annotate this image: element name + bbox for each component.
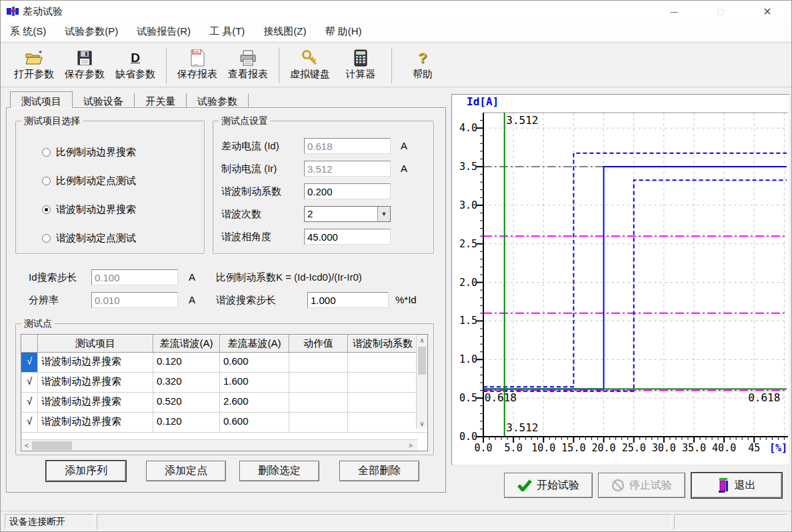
test-points-table: 测试项目 差流谐波(A) 差流基波(A) 动作值 谐波制动系数 √ 谐波制动边界… bbox=[21, 334, 428, 451]
open-folder-icon bbox=[25, 49, 43, 67]
open-params-button[interactable]: 打开参数 bbox=[9, 46, 59, 85]
row-check-cell[interactable]: √ bbox=[21, 353, 38, 372]
x-tick-label: 25.0 bbox=[622, 442, 646, 454]
menu-tools[interactable]: 工 具(T) bbox=[200, 23, 254, 41]
scrollbar-thumb[interactable] bbox=[32, 441, 72, 450]
menu-help[interactable]: 帮 助(H) bbox=[315, 23, 371, 41]
connection-status: 设备连接断开 bbox=[5, 514, 94, 529]
col-test-item[interactable]: 测试项目 bbox=[38, 335, 153, 353]
cell-diff-harmonic: 0.120 bbox=[153, 413, 220, 432]
radio-ratio-boundary-search[interactable]: 比例制动边界搜索 bbox=[42, 146, 136, 159]
chart-annotation: 3.512 bbox=[506, 114, 538, 127]
chart-annotation: 3.512 bbox=[506, 421, 538, 434]
y-axis-title: Id[A] bbox=[467, 95, 499, 108]
cell-harmonic-restraint bbox=[348, 393, 417, 412]
menu-test-params[interactable]: 试验参数(P) bbox=[55, 23, 127, 41]
y-tick-label: 0.0 bbox=[459, 431, 477, 443]
close-button[interactable]: ✕ bbox=[744, 1, 791, 22]
toolbar-separator bbox=[166, 47, 167, 83]
col-harmonic-restraint[interactable]: 谐波制动系数 bbox=[348, 335, 417, 353]
cell-test-item: 谐波制动边界搜索 bbox=[38, 373, 153, 392]
scroll-left-icon[interactable]: < bbox=[21, 442, 32, 449]
harmonic-order-select[interactable]: 2 ▼ bbox=[304, 206, 391, 222]
radio-ratio-fixed-point-test[interactable]: 比例制动定点测试 bbox=[42, 175, 136, 187]
scrollbar-thumb[interactable] bbox=[418, 347, 426, 375]
exit-button[interactable]: 退出 bbox=[691, 473, 782, 498]
x-tick-label: 30.0 bbox=[652, 442, 676, 454]
delete-all-button[interactable]: 全部删除 bbox=[339, 461, 419, 481]
key-icon bbox=[301, 49, 319, 67]
col-action-value[interactable]: 动作值 bbox=[289, 335, 348, 353]
minimize-button[interactable]: ─ bbox=[651, 1, 697, 22]
cell-diff-fundamental: 2.600 bbox=[220, 393, 289, 412]
menu-test-report[interactable]: 试验报告(R) bbox=[127, 23, 200, 41]
toolbar-separator bbox=[391, 47, 392, 83]
calculator-button[interactable]: 计算器 bbox=[335, 46, 386, 85]
tab-test-items[interactable]: 测试项目 bbox=[10, 91, 73, 108]
tab-test-params[interactable]: 试验参数 bbox=[187, 93, 249, 108]
group-title: 测试点设置 bbox=[219, 115, 271, 127]
virtual-keyboard-button[interactable]: 虚拟键盘 bbox=[285, 46, 335, 85]
row-check-cell[interactable]: √ bbox=[21, 373, 38, 392]
row-check-cell[interactable]: √ bbox=[21, 413, 38, 432]
row-check-cell[interactable]: √ bbox=[21, 393, 38, 412]
label-harmonic-order: 谐波次数 bbox=[221, 208, 261, 221]
cell-diff-harmonic: 0.320 bbox=[153, 373, 220, 392]
stop-test-button: 停止试验 bbox=[598, 473, 685, 498]
menu-system[interactable]: 系 统(S) bbox=[1, 23, 55, 41]
chart-panel: 0.05.010.015.020.025.030.035.040.0450.00… bbox=[451, 94, 790, 465]
chevron-down-icon[interactable]: ▼ bbox=[377, 207, 390, 221]
resolution-field[interactable] bbox=[91, 292, 178, 308]
scroll-down-icon[interactable]: ∨ bbox=[417, 418, 427, 429]
unit-percent-id: %*Id bbox=[395, 294, 417, 305]
table-horizontal-scrollbar[interactable]: < > bbox=[21, 439, 417, 451]
radio-harmonic-boundary-search[interactable]: 谐波制动边界搜索 bbox=[42, 203, 136, 216]
harmonic-phase-angle-field[interactable] bbox=[304, 229, 391, 245]
add-fixed-point-button[interactable]: 添加定点 bbox=[146, 461, 226, 481]
cell-harmonic-restraint bbox=[348, 373, 417, 392]
x-tick-label: 15.0 bbox=[561, 442, 585, 454]
diff-current-field[interactable] bbox=[304, 138, 391, 154]
cell-diff-fundamental: 1.600 bbox=[220, 373, 289, 392]
harmonic-restraint-coef-field[interactable] bbox=[304, 183, 391, 199]
y-tick-label: 1.5 bbox=[459, 315, 477, 327]
scroll-up-icon[interactable]: ∧ bbox=[417, 335, 427, 345]
tab-row: 测试项目 试验设备 开关量 试验参数 bbox=[10, 91, 249, 108]
menu-wiring-diagram[interactable]: 接线图(Z) bbox=[254, 23, 315, 41]
table-vertical-scrollbar[interactable]: ∧ ∨ bbox=[416, 335, 427, 429]
delete-selected-button[interactable]: 删除选定 bbox=[239, 461, 319, 481]
radio-icon bbox=[42, 148, 51, 157]
col-diff-fundamental[interactable]: 差流基波(A) bbox=[220, 335, 289, 353]
excel-report-icon: EXL bbox=[189, 49, 206, 67]
cell-action-value bbox=[289, 353, 348, 372]
default-params-button[interactable]: D 缺省参数 bbox=[110, 46, 161, 85]
help-button[interactable]: ? 帮助 bbox=[397, 46, 448, 85]
id-search-step-field[interactable] bbox=[91, 269, 178, 285]
table-row[interactable]: √ 谐波制动边界搜索 0.320 1.600 bbox=[21, 373, 427, 393]
add-sequence-button[interactable]: 添加序列 bbox=[46, 461, 126, 481]
y-tick-label: 3.0 bbox=[459, 199, 477, 211]
label-harmonic-search-step: 谐波搜索步长 bbox=[216, 294, 276, 307]
unit-a: A bbox=[189, 294, 195, 305]
col-check[interactable] bbox=[21, 335, 38, 353]
tab-switch-quantity[interactable]: 开关量 bbox=[135, 93, 187, 108]
col-diff-harmonic[interactable]: 差流谐波(A) bbox=[153, 335, 220, 353]
series-dashed bbox=[483, 153, 787, 387]
table-row[interactable]: √ 谐波制动边界搜索 0.520 2.600 bbox=[21, 393, 427, 413]
maximize-button[interactable]: □ bbox=[697, 1, 744, 22]
scroll-right-icon[interactable]: > bbox=[405, 442, 416, 449]
x-tick-label: 10.0 bbox=[531, 442, 555, 454]
label-harmonic-restraint-coef: 谐波制动系数 bbox=[221, 185, 281, 198]
view-report-button[interactable]: 查看报表 bbox=[223, 46, 273, 85]
table-row[interactable]: √ 谐波制动边界搜索 0.120 0.600 bbox=[21, 413, 427, 433]
label-diff-current: 差动电流 (Id) bbox=[221, 140, 279, 153]
radio-harmonic-fixed-point-test[interactable]: 谐波制动定点测试 bbox=[42, 232, 136, 245]
harmonic-search-step-field[interactable] bbox=[307, 292, 389, 308]
y-tick-label: 0.5 bbox=[459, 392, 477, 404]
table-row[interactable]: √ 谐波制动边界搜索 0.120 0.600 bbox=[21, 353, 427, 373]
save-params-button[interactable]: 保存参数 bbox=[59, 46, 110, 85]
tab-test-equipment[interactable]: 试验设备 bbox=[73, 93, 135, 108]
save-report-button[interactable]: EXL 保存报表 bbox=[172, 46, 223, 85]
start-test-button[interactable]: 开始试验 bbox=[504, 473, 593, 498]
restraint-current-field[interactable] bbox=[304, 161, 391, 177]
